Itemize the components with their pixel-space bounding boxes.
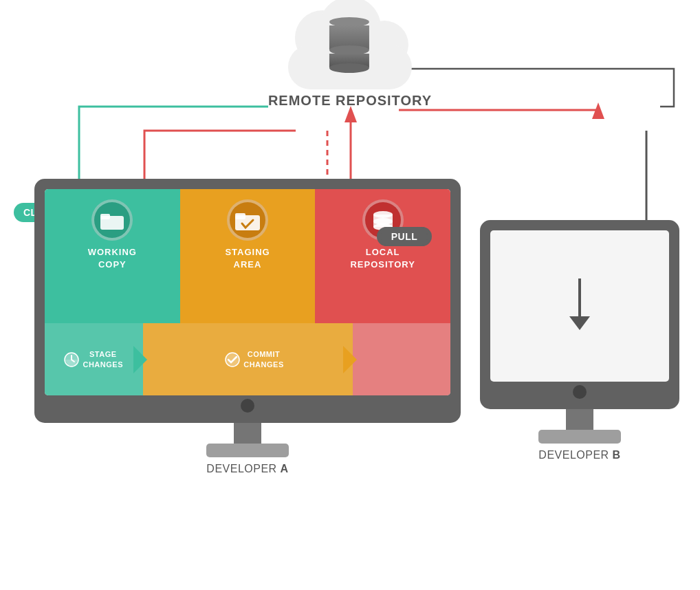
working-copy-zone: WORKINGCOPY (45, 189, 180, 323)
monitor-a-screen: WORKINGCOPY STAGINGAREA (45, 189, 450, 395)
working-copy-icon (91, 199, 133, 241)
database-icon (329, 17, 371, 74)
zones-row: WORKINGCOPY STAGINGAREA (45, 189, 450, 323)
flow-row: STAGECHANGES CO (45, 323, 450, 395)
monitor-b-button (573, 385, 587, 399)
local-repo-label: LOCALREPOSITORY (350, 246, 415, 271)
svg-marker-13 (569, 316, 590, 330)
diagram-container: REMOTE REPOSITORY CLONE PULL FETCH PUSH … (0, 0, 700, 590)
monitor-a-base (206, 444, 289, 457)
local-repo-zone: LOCALREPOSITORY (315, 189, 450, 323)
svg-rect-2 (100, 214, 110, 219)
commit-changes-section: COMMITCHANGES (143, 323, 353, 395)
staging-area-icon (227, 199, 268, 241)
developer-a-label: DEVELOPER A (34, 463, 461, 475)
staging-area-zone: STAGINGAREA (180, 189, 316, 323)
monitor-a-button (241, 399, 254, 413)
monitor-b-base (538, 430, 621, 444)
monitor-b-screen (490, 230, 669, 382)
monitor-b-neck (566, 409, 593, 430)
working-copy-label: WORKINGCOPY (88, 246, 137, 271)
stage-changes-section: STAGECHANGES (45, 323, 143, 395)
remote-repository-section: REMOTE REPOSITORY (268, 14, 432, 109)
svg-rect-4 (235, 213, 245, 219)
cloud-shape (281, 14, 419, 89)
monitor-a-frame: WORKINGCOPY STAGINGAREA (34, 179, 461, 423)
developer-b-label: DEVELOPER B (480, 449, 679, 461)
pull-b-badge: PULL (382, 227, 428, 246)
monitor-a: WORKINGCOPY STAGINGAREA (34, 179, 461, 475)
monitor-b-frame (480, 220, 679, 409)
monitor-b: CLONE FETCH PUSH PULL (480, 220, 679, 461)
remote-repo-label: REMOTE REPOSITORY (268, 93, 432, 109)
monitor-a-neck (234, 423, 261, 444)
local-flow-section (353, 323, 451, 395)
staging-area-label: STAGINGAREA (225, 246, 270, 271)
